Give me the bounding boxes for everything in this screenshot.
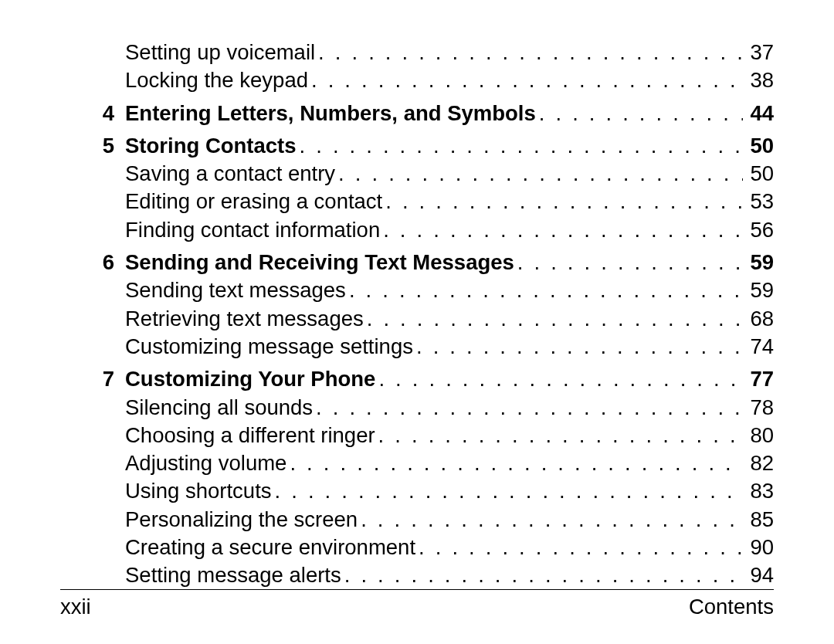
toc-entry-title: Customizing message settings (125, 333, 413, 361)
toc-entry-title: Silencing all sounds (125, 394, 313, 422)
toc-entry-page: 37 (743, 39, 774, 66)
toc-entry-page: 68 (743, 305, 774, 333)
toc-entry-title: Using shortcuts (125, 477, 272, 505)
toc-entry-title: Setting up voicemail (125, 39, 315, 66)
toc-entry-title: Customizing Your Phone (125, 365, 375, 393)
table-of-contents: Setting up voicemail37Locking the keypad… (60, 39, 774, 590)
toc-dot-leader (380, 216, 743, 244)
toc-entry-page: 90 (743, 534, 774, 561)
toc-sub-row: Sending text messages59 (60, 276, 774, 304)
toc-dot-leader (346, 276, 743, 304)
toc-dot-leader (382, 188, 743, 215)
toc-entry-page: 85 (743, 506, 774, 534)
toc-entry-page: 74 (743, 333, 774, 361)
toc-chapter-row: 4Entering Letters, Numbers, and Symbols4… (60, 100, 774, 127)
toc-entry-title: Storing Contacts (125, 132, 297, 160)
toc-sub-row: Retrieving text messages68 (60, 305, 774, 333)
toc-entry-title: Adjusting volume (125, 449, 286, 477)
toc-entry-title: Personalizing the screen (125, 506, 358, 534)
toc-entry-page: 94 (743, 561, 774, 589)
toc-entry-page: 82 (743, 449, 774, 477)
toc-sub-row: Creating a secure environment90 (60, 534, 774, 561)
toc-sub-row: Saving a contact entry50 (60, 160, 774, 188)
page-footer: xxii Contents (60, 589, 774, 619)
toc-entry-title: Locking the keypad (125, 66, 308, 94)
toc-dot-leader (375, 422, 743, 449)
toc-chapter-number: 5 (60, 132, 125, 160)
toc-sub-row: Locking the keypad38 (60, 66, 774, 94)
toc-entry-page: 53 (743, 188, 774, 215)
toc-entry-page: 78 (743, 394, 774, 422)
toc-entry-page: 44 (743, 100, 774, 127)
toc-chapter-number: 7 (60, 365, 125, 393)
toc-dot-leader (335, 160, 743, 188)
toc-entry-page: 50 (743, 132, 774, 160)
toc-chapter-row: 5Storing Contacts50 (60, 132, 774, 160)
footer-page-number: xxii (60, 595, 91, 619)
toc-entry-page: 80 (743, 422, 774, 449)
toc-sub-row: Adjusting volume82 (60, 449, 774, 477)
toc-dot-leader (297, 132, 743, 160)
toc-sub-row: Using shortcuts83 (60, 477, 774, 505)
toc-dot-leader (514, 249, 743, 276)
toc-sub-row: Setting message alerts94 (60, 561, 774, 589)
toc-entry-title: Setting message alerts (125, 561, 341, 589)
toc-dot-leader (536, 100, 743, 127)
toc-entry-title: Finding contact information (125, 216, 380, 244)
toc-dot-leader (413, 333, 743, 361)
toc-entry-title: Creating a secure environment (125, 534, 415, 561)
toc-entry-page: 50 (743, 160, 774, 188)
toc-dot-leader (375, 365, 743, 393)
toc-sub-row: Setting up voicemail37 (60, 39, 774, 66)
toc-entry-title: Choosing a different ringer (125, 422, 375, 449)
toc-entry-title: Entering Letters, Numbers, and Symbols (125, 100, 536, 127)
toc-entry-title: Sending text messages (125, 276, 346, 304)
page: Setting up voicemail37Locking the keypad… (0, 0, 834, 644)
toc-chapter-number: 4 (60, 100, 125, 127)
toc-sub-row: Personalizing the screen85 (60, 506, 774, 534)
toc-sub-row: Customizing message settings74 (60, 333, 774, 361)
toc-entry-page: 77 (743, 365, 774, 393)
toc-entry-page: 83 (743, 477, 774, 505)
toc-entry-title: Editing or erasing a contact (125, 188, 382, 215)
toc-dot-leader (308, 66, 743, 94)
toc-entry-title: Sending and Receiving Text Messages (125, 249, 514, 276)
toc-entry-page: 38 (743, 66, 774, 94)
toc-dot-leader (341, 561, 743, 589)
toc-sub-row: Silencing all sounds78 (60, 394, 774, 422)
footer-section-label: Contents (689, 595, 774, 619)
toc-entry-page: 56 (743, 216, 774, 244)
toc-dot-leader (272, 477, 743, 505)
toc-entry-title: Retrieving text messages (125, 305, 364, 333)
toc-sub-row: Editing or erasing a contact53 (60, 188, 774, 215)
toc-sub-row: Choosing a different ringer80 (60, 422, 774, 449)
toc-dot-leader (364, 305, 743, 333)
toc-sub-row: Finding contact information56 (60, 216, 774, 244)
toc-dot-leader (415, 534, 743, 561)
toc-entry-page: 59 (743, 249, 774, 276)
toc-entry-title: Saving a contact entry (125, 160, 335, 188)
toc-chapter-number: 6 (60, 249, 125, 276)
toc-chapter-row: 7Customizing Your Phone77 (60, 365, 774, 393)
toc-dot-leader (315, 39, 743, 66)
toc-chapter-row: 6Sending and Receiving Text Messages59 (60, 249, 774, 276)
toc-dot-leader (286, 449, 743, 477)
toc-entry-page: 59 (743, 276, 774, 304)
toc-dot-leader (358, 506, 743, 534)
toc-dot-leader (313, 394, 743, 422)
